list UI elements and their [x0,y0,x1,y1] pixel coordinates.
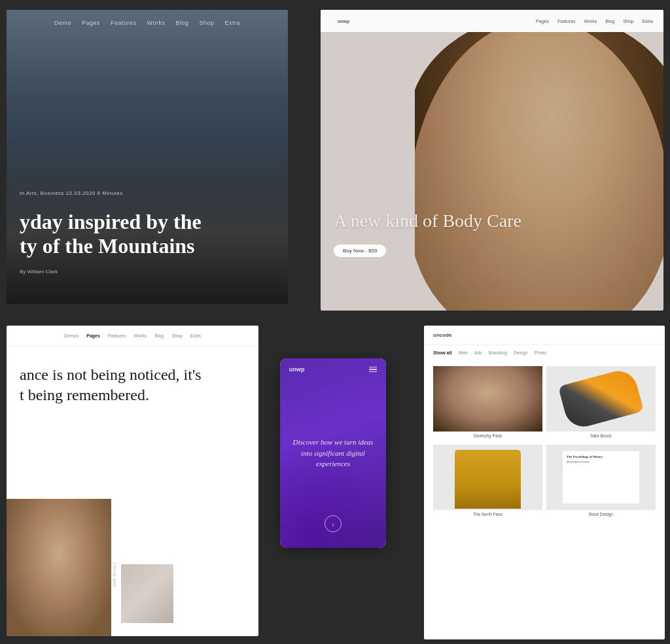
mobile-phone-card: unwp Discover how we turn ideas into sig… [280,358,386,548]
scroll-down-button[interactable]: ↓ [325,515,342,532]
beauty-logo: unwp [338,19,349,24]
phone-logo: unwp [289,366,305,373]
givenchy-image [433,366,542,432]
min-nav-demos[interactable]: Demos [64,333,79,338]
nav-item-works[interactable]: Works [147,20,166,26]
buy-now-button[interactable]: Buy Now - $59 [334,245,386,257]
nav-item-shop[interactable]: Shop [199,20,214,26]
nav-item-extra[interactable]: Extra [224,20,240,26]
agency-headline: ance is not being noticed, it's t being … [20,365,202,405]
portfolio-logo: uncode [433,332,451,338]
filter-web[interactable]: Web [458,350,467,355]
nav-item-pages[interactable]: Pages [82,20,100,26]
nav-item-demo[interactable]: Demo [54,20,71,26]
beauty-nav-extra[interactable]: Extra [643,19,653,24]
beauty-nav-works[interactable]: Works [584,19,597,24]
portrait-image [7,499,111,636]
portfolio-item-1[interactable]: Givenchy Paris [433,366,542,441]
hamburger-line-1 [369,367,377,368]
small-image [121,564,173,623]
beauty-nav-blog[interactable]: Blog [605,19,614,24]
face-shape [415,32,663,311]
portfolio-item-4[interactable]: The Psychology of Money MORGAN HOUSEL Bo… [546,445,656,519]
beauty-nav: unwp Pages Features Works Blog Shop Extr… [321,10,663,32]
hamburger-line-2 [369,369,377,370]
portfolio-item-3[interactable]: The North Face [433,445,542,519]
hamburger-line-3 [369,371,377,373]
book-image: The Psychology of Money MORGAN HOUSEL [563,451,639,503]
phone-header: unwp [289,366,377,373]
arrow-down-icon: ↓ [332,520,335,528]
portfolio-grid: Givenchy Paris Nike Boost The North Face… [433,366,656,519]
from-price-label: FROM $99 [113,563,116,587]
book-title-text: The Psychology of Money [567,455,635,459]
portfolio-filter-bar: Show all Web Ads Branding Design Photo [433,350,656,355]
minimal-nav: Demos Pages Features Works Blog Shop Ext… [7,326,258,347]
givenchy-label: Givenchy Paris [433,433,542,441]
filter-design[interactable]: Design [514,350,528,355]
portfolio-card: uncode Show all Web Ads Branding Design … [424,326,665,639]
mountain-nav: Demo Pages Features Works Blog Shop Extr… [7,20,288,26]
book-label: Book Design [546,512,656,519]
beauty-nav-shop[interactable]: Shop [623,19,633,24]
mountain-blog-card: Demo Pages Features Works Blog Shop Extr… [7,10,288,304]
nike-label: Nike Boost [546,433,656,441]
min-nav-extra[interactable]: Extra [190,333,201,338]
nav-item-features[interactable]: Features [111,20,137,26]
minimal-agency-card: Demos Pages Features Works Blog Shop Ext… [7,326,258,636]
beauty-nav-pages[interactable]: Pages [536,19,549,24]
filter-ads[interactable]: Ads [474,350,482,355]
nike-shoe-image [558,367,644,431]
beauty-card: unwp Pages Features Works Blog Shop Extr… [321,10,663,311]
filter-all[interactable]: Show all [433,350,451,355]
filter-photo[interactable]: Photo [535,350,546,355]
portfolio-header: uncode [424,326,665,345]
portrait-face [7,499,111,636]
min-nav-features[interactable]: Features [108,333,126,338]
min-nav-blog[interactable]: Blog [154,333,164,338]
min-nav-pages[interactable]: Pages [86,333,100,338]
portfolio-item-2[interactable]: Nike Boost [546,366,656,441]
article-author: By William Clark [20,269,58,275]
hamburger-menu-icon[interactable] [369,367,377,373]
book-author-text: MORGAN HOUSEL [567,460,635,464]
beauty-headline: A new kind of Body Care [334,210,521,232]
north-face-label: The North Face [433,512,542,519]
filter-branding[interactable]: Branding [489,350,507,355]
min-nav-works[interactable]: Works [134,333,147,338]
article-meta: In Arts, Business 22.03.2020 8 Minutes [20,190,123,196]
min-nav-shop[interactable]: Shop [171,333,182,338]
article-title: yday inspired by the ty of the Mountains [20,210,202,258]
north-face-jacket [455,450,520,509]
phone-tagline: Discover how we turn ideas into signific… [291,437,376,469]
woman-silhouette [415,32,663,311]
nav-item-blog[interactable]: Blog [175,20,188,26]
beauty-nav-features[interactable]: Features [557,19,576,24]
